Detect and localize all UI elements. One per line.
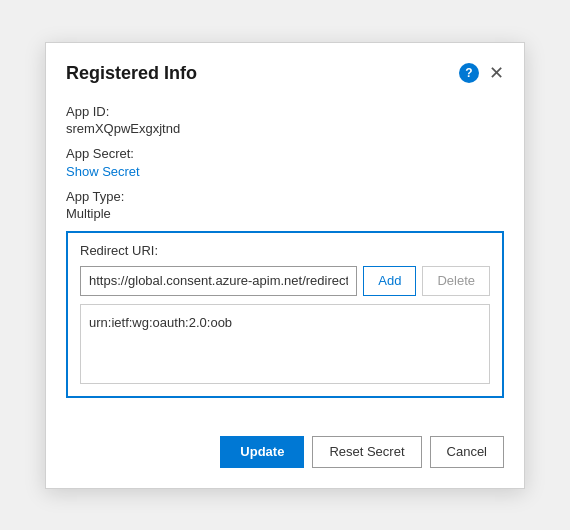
app-secret-label: App Secret: <box>66 146 504 161</box>
redirect-input-row: Add Delete <box>80 266 490 296</box>
app-id-label: App ID: <box>66 104 504 119</box>
dialog-body: App ID: sremXQpwExgxjtnd App Secret: Sho… <box>46 94 524 426</box>
reset-secret-button[interactable]: Reset Secret <box>312 436 421 468</box>
redirect-uri-section: Redirect URI: Add Delete urn:ietf:wg:oau… <box>66 231 504 398</box>
help-icon[interactable]: ? <box>459 63 479 83</box>
add-button[interactable]: Add <box>363 266 416 296</box>
app-secret-group: App Secret: Show Secret <box>66 146 504 179</box>
redirect-uri-input[interactable] <box>80 266 357 296</box>
dialog-header: Registered Info ? ✕ <box>46 43 524 94</box>
uri-list-item: urn:ietf:wg:oauth:2.0:oob <box>89 313 481 332</box>
app-id-value: sremXQpwExgxjtnd <box>66 121 504 136</box>
registered-info-dialog: Registered Info ? ✕ App ID: sremXQpwExgx… <box>45 42 525 489</box>
close-icon[interactable]: ✕ <box>489 64 504 82</box>
app-type-value: Multiple <box>66 206 504 221</box>
show-secret-link[interactable]: Show Secret <box>66 164 140 179</box>
dialog-footer: Update Reset Secret Cancel <box>46 426 524 488</box>
redirect-uri-label: Redirect URI: <box>80 243 490 258</box>
update-button[interactable]: Update <box>220 436 304 468</box>
header-icons: ? ✕ <box>459 63 504 83</box>
app-type-label: App Type: <box>66 189 504 204</box>
cancel-button[interactable]: Cancel <box>430 436 504 468</box>
app-id-group: App ID: sremXQpwExgxjtnd <box>66 104 504 136</box>
app-type-group: App Type: Multiple <box>66 189 504 221</box>
uri-list: urn:ietf:wg:oauth:2.0:oob <box>80 304 490 384</box>
dialog-title: Registered Info <box>66 63 197 84</box>
delete-button[interactable]: Delete <box>422 266 490 296</box>
